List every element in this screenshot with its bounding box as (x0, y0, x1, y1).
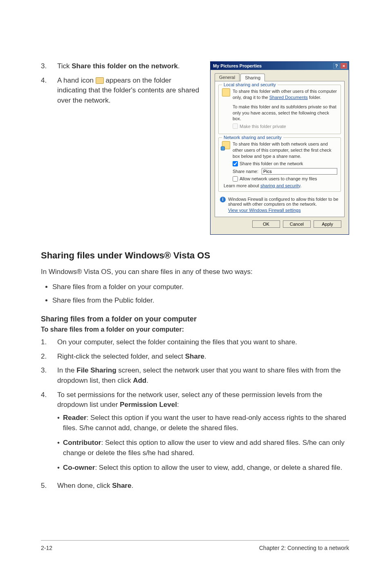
step-num: 4. (41, 76, 48, 106)
share-name-row: Share name: (233, 168, 337, 175)
vstep-2: 2. Right-click the selected folder, and … (41, 352, 349, 362)
make-private-row: Make this folder private (233, 123, 337, 129)
step-3: 3. Tick Share this folder on the network… (41, 61, 200, 72)
group-local-sharing: Local sharing and security To share this… (218, 85, 341, 134)
sub-heading: Sharing files from a folder on your comp… (41, 315, 349, 323)
step-4: 4. A hand icon appears on the folder ind… (41, 76, 200, 106)
local-text-1: To share this folder with other users of… (233, 88, 337, 101)
step-text: A hand icon appears on the folder indica… (57, 76, 200, 106)
tab-general[interactable]: General (215, 73, 240, 81)
group-legend: Local sharing and security (222, 82, 278, 87)
apply-button[interactable]: Apply (314, 220, 341, 228)
make-private-checkbox[interactable] (233, 123, 238, 129)
close-button[interactable]: × (341, 63, 347, 69)
firewall-info: i Windows Firewall is configured to allo… (218, 195, 341, 213)
vstep-4: 4. To set permissions for the network us… (41, 390, 349, 477)
share-name-label: Share name: (233, 169, 258, 174)
step-num: 3. (41, 61, 48, 72)
vstep-5: 5. When done, click Share. (41, 481, 349, 491)
cancel-button[interactable]: Cancel (283, 220, 311, 228)
group-legend: Network sharing and security (222, 135, 283, 140)
group-network-sharing: Network sharing and security To share th… (218, 137, 341, 192)
share-on-network-checkbox[interactable] (233, 161, 238, 166)
dialog-title: My Pictures Properties (213, 63, 262, 68)
share-on-network-row: Share this folder on the network (233, 161, 337, 166)
learn-more-link[interactable]: sharing and security (260, 183, 300, 188)
vstep-1: 1. On your computer, select the folder c… (41, 337, 349, 348)
shared-documents-link[interactable]: Shared Documents (269, 95, 308, 100)
sub-heading-2: To share files from a folder on your com… (41, 326, 349, 333)
step-text: Tick Share this folder on the network. (57, 61, 180, 72)
allow-change-checkbox[interactable] (233, 176, 238, 182)
folder-network-icon (222, 141, 230, 149)
heading-vista: Sharing files under Windows® Vista OS (41, 250, 349, 261)
network-text: To share this folder with both network u… (233, 141, 337, 159)
perm-contributor: Contributor: Select this option to allow… (57, 438, 349, 458)
vista-intro: In Windows® Vista OS, you can share file… (41, 267, 349, 277)
perm-reader: Reader: Select this option if you want t… (57, 413, 349, 433)
info-icon: i (220, 197, 226, 202)
folder-icon (222, 88, 230, 97)
allow-change-row: Allow network users to change my files (233, 176, 337, 182)
tab-sharing[interactable]: Sharing (240, 74, 265, 81)
ok-button[interactable]: OK (252, 220, 280, 228)
learn-more: Learn more about sharing and security. (224, 183, 337, 188)
hand-share-icon (96, 77, 104, 84)
vista-bullet-1: Share files from a folder on your comput… (52, 282, 349, 292)
help-button[interactable]: ? (333, 63, 340, 69)
share-name-input[interactable] (262, 168, 337, 175)
dialog-titlebar: My Pictures Properties ? × (211, 62, 349, 70)
footer-right: Chapter 2: Connecting to a network (259, 545, 349, 551)
footer-left: 2-12 (41, 545, 52, 551)
properties-dialog: My Pictures Properties ? × General Shari… (210, 61, 349, 235)
firewall-settings-link[interactable]: View your Windows Firewall settings (228, 208, 339, 213)
vista-bullet-2: Share files from the Public folder. (52, 295, 349, 306)
vista-bullets: Share files from a folder on your comput… (52, 282, 349, 306)
perm-coowner: Co-owner: Select this option to allow th… (57, 462, 349, 473)
vstep-3: 3. In the File Sharing screen, select th… (41, 366, 349, 386)
page-footer: 2-12 Chapter 2: Connecting to a network (41, 540, 349, 551)
local-text-2: To make this folder and its subfolders p… (233, 104, 337, 122)
